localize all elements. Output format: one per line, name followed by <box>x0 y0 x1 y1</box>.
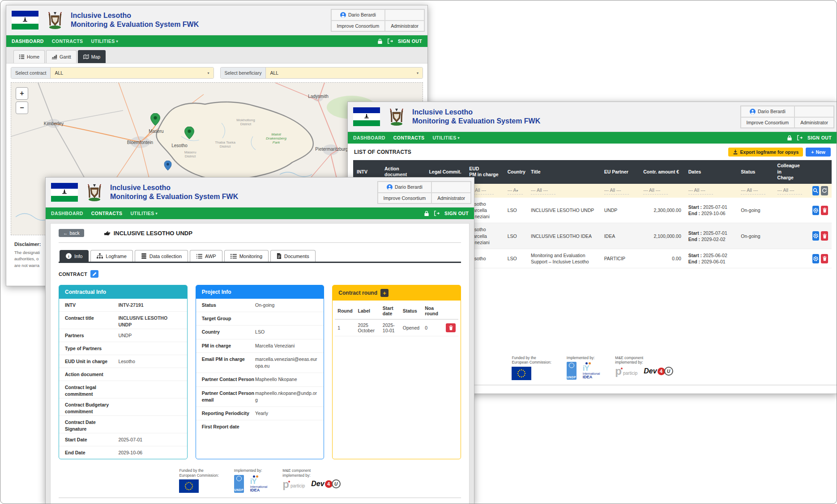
filter-eu-partner[interactable]: --- All --- <box>604 187 629 195</box>
zoom-in-button[interactable]: + <box>16 87 28 100</box>
col-amount[interactable]: Contr. amount € <box>640 160 684 184</box>
sign-out-button[interactable]: SIGN OUT <box>444 211 469 216</box>
nav-contracts[interactable]: CONTRACTS <box>52 38 83 44</box>
cell-eu-partner: PARTICIP <box>601 249 640 268</box>
user-name: Dario Berardi <box>758 109 786 114</box>
map-marker-green-maseru[interactable] <box>150 113 160 126</box>
new-contract-button[interactable]: +New <box>806 148 831 157</box>
search-button[interactable] <box>812 186 820 195</box>
tab-gantt[interactable]: Gantt <box>46 50 77 63</box>
zoom-out-button[interactable]: − <box>16 102 28 114</box>
user-menu[interactable]: Dario Berardi <box>331 9 385 21</box>
delete-button[interactable] <box>821 231 828 241</box>
main-navbar: DASHBOARD CONTRACTS UTILITIES▾ SIGN OUT <box>6 35 427 47</box>
tab-documents[interactable]: Documents <box>270 250 316 262</box>
select-beneficiary-label: Select beneficiary <box>221 68 266 78</box>
filter-status[interactable]: --- All --- <box>741 187 765 195</box>
filter-colleague[interactable]: --- All --- <box>777 187 802 195</box>
tab-home[interactable]: Home <box>13 50 45 63</box>
delete-button[interactable] <box>821 206 828 215</box>
app-title: Inclusive Lesotho Monitoring & Evaluatio… <box>412 108 540 126</box>
col-eu-partner[interactable]: EU Partner <box>601 160 640 184</box>
col-colleague[interactable]: Colleague in Charge <box>774 160 809 184</box>
tab-monitoring[interactable]: Monitoring <box>224 250 269 262</box>
nav-utilities[interactable]: UTILITIES▾ <box>432 135 460 140</box>
nav-contracts[interactable]: CONTRACTS <box>393 135 425 140</box>
settings-button[interactable] <box>812 231 820 241</box>
add-round-button[interactable]: + <box>380 289 389 297</box>
refresh-button[interactable] <box>821 186 828 195</box>
delete-button[interactable] <box>821 254 828 263</box>
tab-logframe[interactable]: Logframe <box>90 250 132 262</box>
tab-map[interactable]: Map <box>78 50 106 63</box>
settings-button[interactable] <box>812 206 820 215</box>
filter-title[interactable]: --- All --- <box>531 187 555 195</box>
implemented-by-label: Implemented by: <box>567 356 600 360</box>
implemented-by-label: Implemented by: <box>234 468 268 473</box>
nav-dashboard[interactable]: DASHBOARD <box>353 135 385 140</box>
map-label-thaba-tseka-district: Thaba Tseka District <box>215 140 235 148</box>
cell-dates: Start : 2025-06-02 End : 2029-06-01 <box>685 249 738 268</box>
lock-icon[interactable] <box>424 211 429 216</box>
col-dates[interactable]: Dates <box>685 160 738 184</box>
lock-icon[interactable] <box>377 38 383 44</box>
nav-dashboard[interactable]: DASHBOARD <box>12 38 44 44</box>
user-role[interactable]: Administrator <box>794 117 834 128</box>
dev4u-logo: Dev4U <box>644 367 673 376</box>
tab-awp[interactable]: AWP <box>190 250 222 262</box>
bar-chart-icon <box>51 54 57 59</box>
filter-country[interactable]: --- A▾ <box>508 187 523 195</box>
lock-icon[interactable] <box>787 135 792 141</box>
user-box: Dario Berardi Improve Consortium Adminis… <box>331 9 425 32</box>
gear-icon <box>813 256 819 262</box>
chevron-down-icon: ▾ <box>517 189 518 193</box>
contractual-info-header: Contractual Info <box>59 285 187 299</box>
funded-by-label: Funded by the European Commission: <box>512 356 551 365</box>
sign-out-button[interactable]: SIGN OUT <box>398 38 422 44</box>
cell-amount: 0.00 <box>640 249 684 268</box>
cell-dates: Start : 2025-07-01 End : 2029-02-02 <box>685 223 738 249</box>
lesotho-flag-icon <box>353 107 380 126</box>
tab-data-collection[interactable]: Data collection <box>135 250 188 262</box>
app-header: Inclusive Lesotho Monitoring & Evaluatio… <box>348 102 837 132</box>
user-role[interactable]: Administrator <box>385 21 424 31</box>
user-icon <box>750 109 756 114</box>
map-marker-blue[interactable] <box>164 161 172 170</box>
nav-contracts[interactable]: CONTRACTS <box>91 211 123 216</box>
col-status[interactable]: Status <box>737 160 773 184</box>
trash-icon <box>822 256 827 261</box>
sign-out-button[interactable]: SIGN OUT <box>807 135 832 140</box>
app-title-line2: Monitoring & Evaluation System FWK <box>412 117 540 126</box>
settings-button[interactable] <box>812 254 820 263</box>
col-title[interactable]: Title <box>527 160 601 184</box>
delete-round-button[interactable] <box>446 323 456 332</box>
undp-logo: UNDP <box>567 362 577 380</box>
cell-eu-partner: UNDP <box>601 198 640 223</box>
cell-colleague <box>774 198 809 223</box>
export-logframe-button[interactable]: Export logframe for opsys <box>728 148 803 157</box>
nav-utilities[interactable]: UTILITIES▾ <box>91 38 118 44</box>
map-icon <box>83 54 89 59</box>
map-label-ladysmith: Ladysmith <box>308 94 329 99</box>
me-component-label: M&E component implemented by: <box>615 356 673 365</box>
tab-info[interactable]: i Info <box>60 250 89 262</box>
user-role[interactable]: Administrator <box>431 193 471 203</box>
nav-dashboard[interactable]: DASHBOARD <box>51 211 83 216</box>
edit-contract-button[interactable] <box>90 270 98 278</box>
screenshot-canvas: Inclusive Lesotho Monitoring & Evaluatio… <box>0 0 837 504</box>
user-menu[interactable]: Dario Berardi <box>741 106 795 117</box>
filter-dates[interactable]: --- All --- <box>688 187 713 195</box>
select-contract-dropdown[interactable]: ALL▾ <box>51 68 213 78</box>
back-button[interactable]: ←back <box>59 229 84 237</box>
select-beneficiary-dropdown[interactable]: ALL▾ <box>266 68 423 78</box>
map-label-maseru: Maseru <box>149 129 163 134</box>
window-footer: Funded by the European Commission: Imple… <box>59 466 461 498</box>
map-filters: Select contract ALL▾ Select beneficiary … <box>6 64 427 82</box>
map-marker-green-lesotho[interactable] <box>184 127 194 139</box>
cell-colleague <box>774 249 809 268</box>
nav-utilities[interactable]: UTILITIES▾ <box>130 211 158 216</box>
coat-of-arms-icon <box>84 182 105 202</box>
filter-amount[interactable]: --- All --- <box>643 187 668 195</box>
col-country[interactable]: Country <box>504 160 527 184</box>
user-menu[interactable]: Dario Berardi <box>378 182 432 193</box>
